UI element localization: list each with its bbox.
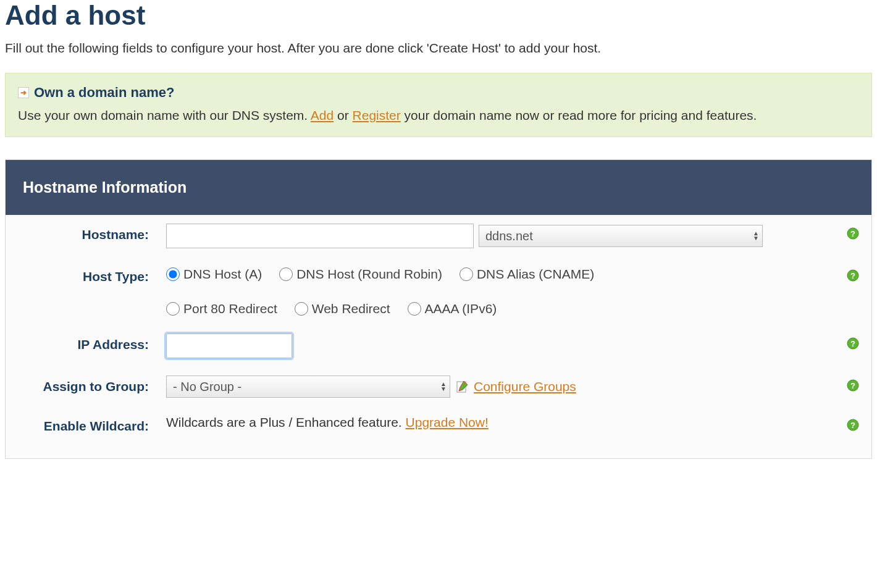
svg-text:?: ? xyxy=(850,381,855,390)
radio-web-input[interactable] xyxy=(295,302,308,316)
radio-aaaa-label: AAAA (IPv6) xyxy=(425,301,497,316)
group-select-wrap: - No Group - ▲▼ xyxy=(166,376,450,398)
domain-select[interactable]: ddns.net xyxy=(479,225,763,247)
radio-web-redirect[interactable]: Web Redirect xyxy=(295,301,390,316)
wildcard-text: Wildcards are a Plus / Enhanced feature.… xyxy=(166,415,489,430)
radio-port80-label: Port 80 Redirect xyxy=(183,301,277,316)
panel-body: Hostname: ddns.net ▲▼ ? Host Type: xyxy=(6,215,871,458)
hostname-input[interactable] xyxy=(166,224,474,248)
svg-text:?: ? xyxy=(850,421,855,430)
notice-text-post: your domain name now or read more for pr… xyxy=(401,108,757,122)
notice-text-pre: Use your own domain name with our DNS sy… xyxy=(18,108,311,122)
radio-a-label: DNS Host (A) xyxy=(183,267,262,282)
notice-heading: ➜ Own a domain name? xyxy=(18,85,859,101)
page-title: Add a host xyxy=(5,0,872,31)
wildcard-field: Wildcards are a Plus / Enhanced feature.… xyxy=(166,415,859,430)
wildcard-row: Enable Wildcard: Wildcards are a Plus / … xyxy=(6,406,871,458)
panel-header: Hostname Information xyxy=(6,160,871,215)
help-icon[interactable]: ? xyxy=(847,337,859,350)
help-icon[interactable]: ? xyxy=(847,419,859,431)
ip-address-input[interactable] xyxy=(166,334,292,358)
hostname-panel: Hostname Information Hostname: ddns.net … xyxy=(5,159,872,459)
wildcard-label: Enable Wildcard: xyxy=(6,415,166,434)
radio-dns-host-rr[interactable]: DNS Host (Round Robin) xyxy=(279,267,442,282)
upgrade-now-link[interactable]: Upgrade Now! xyxy=(406,415,489,429)
help-icon[interactable]: ? xyxy=(847,379,859,392)
hostname-field: ddns.net ▲▼ xyxy=(166,224,859,248)
ip-address-field xyxy=(166,334,859,358)
group-field: - No Group - ▲▼ Configure Groups xyxy=(166,376,859,398)
radio-port80-redirect[interactable]: Port 80 Redirect xyxy=(166,301,277,316)
svg-text:?: ? xyxy=(850,271,855,280)
help-icon[interactable]: ? xyxy=(847,269,859,282)
edit-icon[interactable] xyxy=(455,380,469,393)
domain-select-wrap: ddns.net ▲▼ xyxy=(479,225,763,247)
notice-body: Use your own domain name with our DNS sy… xyxy=(18,106,859,125)
hostname-row: Hostname: ddns.net ▲▼ ? xyxy=(6,215,871,257)
radio-aaaa-ipv6[interactable]: AAAA (IPv6) xyxy=(408,301,497,316)
group-row: Assign to Group: - No Group - ▲▼ Configu… xyxy=(6,367,871,406)
group-label: Assign to Group: xyxy=(6,376,166,394)
svg-text:?: ? xyxy=(850,339,855,348)
configure-groups-link[interactable]: Configure Groups xyxy=(474,379,576,394)
host-type-field: DNS Host (A) DNS Host (Round Robin) DNS … xyxy=(166,266,859,316)
radio-web-label: Web Redirect xyxy=(312,301,390,316)
group-select[interactable]: - No Group - xyxy=(166,376,450,398)
svg-text:?: ? xyxy=(850,229,855,238)
radio-dns-host-a[interactable]: DNS Host (A) xyxy=(166,267,262,282)
radio-cname-input[interactable] xyxy=(459,267,473,281)
ip-address-row: IP Address: ? xyxy=(6,325,871,367)
ip-address-label: IP Address: xyxy=(6,334,166,352)
arrow-right-icon: ➜ xyxy=(18,87,29,98)
radio-aaaa-input[interactable] xyxy=(408,302,421,316)
radio-rr-input[interactable] xyxy=(279,267,293,281)
notice-text-mid: or xyxy=(334,108,352,122)
radio-rr-label: DNS Host (Round Robin) xyxy=(296,267,442,282)
wildcard-text-pre: Wildcards are a Plus / Enhanced feature. xyxy=(166,415,406,429)
host-type-row: Host Type: DNS Host (A) DNS Host (Round … xyxy=(6,257,871,325)
notice-heading-text: Own a domain name? xyxy=(34,85,174,101)
radio-a-input[interactable] xyxy=(166,267,180,281)
radio-dns-alias-cname[interactable]: DNS Alias (CNAME) xyxy=(459,267,594,282)
page-intro: Fill out the following fields to configu… xyxy=(5,41,872,56)
host-type-label: Host Type: xyxy=(6,266,166,284)
radio-cname-label: DNS Alias (CNAME) xyxy=(477,267,594,282)
hostname-label: Hostname: xyxy=(6,224,166,242)
add-domain-link[interactable]: Add xyxy=(311,108,334,122)
domain-notice: ➜ Own a domain name? Use your own domain… xyxy=(5,73,872,137)
radio-port80-input[interactable] xyxy=(166,302,180,316)
help-icon[interactable]: ? xyxy=(847,227,859,240)
register-domain-link[interactable]: Register xyxy=(353,108,401,122)
